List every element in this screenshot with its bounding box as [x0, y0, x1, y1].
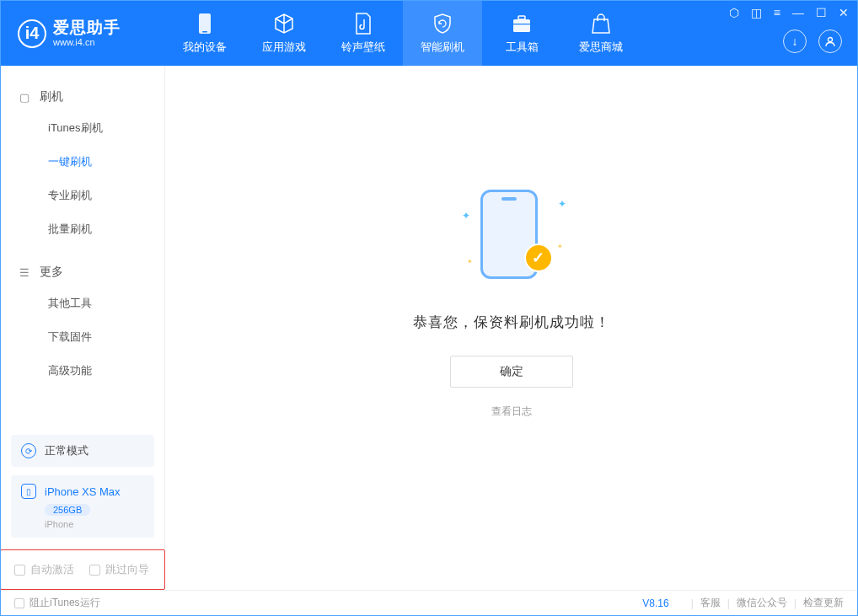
tab-label: 智能刷机 [421, 40, 464, 55]
check-update-link[interactable]: 检查更新 [803, 596, 844, 610]
download-icon[interactable]: ↓ [783, 29, 807, 53]
checkbox-icon [14, 565, 25, 576]
close-button[interactable]: ✕ [839, 6, 849, 19]
tab-smart-flash[interactable]: 智能刷机 [403, 1, 482, 66]
logo-icon: i4 [18, 19, 46, 48]
sidebar: ▢ 刷机 iTunes刷机 一键刷机 专业刷机 批量刷机 ☰ 更多 其他工具 下… [1, 66, 165, 590]
tab-store[interactable]: 爱思商城 [561, 1, 641, 66]
footer-left: 阻止iTunes运行 [14, 596, 100, 610]
device-phone-icon: ▯ [21, 484, 36, 499]
user-icon[interactable] [818, 29, 842, 53]
view-log-link[interactable]: 查看日志 [491, 404, 532, 419]
device-card[interactable]: ▯ iPhone XS Max 256GB iPhone [11, 475, 154, 538]
header: i4 爱思助手 www.i4.cn 我的设备 应用游戏 铃声壁纸 智能刷机 工具… [1, 1, 857, 66]
success-message: 恭喜您，保资料刷机成功啦！ [413, 313, 610, 332]
minimize-button[interactable]: — [792, 6, 804, 19]
footer: 阻止iTunes运行 V8.16 | 客服 | 微信公众号 | 检查更新 [1, 590, 857, 615]
svg-rect-3 [518, 16, 525, 19]
sidebar-item-pro-flash[interactable]: 专业刷机 [1, 179, 164, 212]
tab-label: 爱思商城 [579, 40, 623, 55]
checkbox-label: 自动激活 [30, 562, 74, 577]
sidebar-item-other-tools[interactable]: 其他工具 [1, 287, 164, 320]
sparkle-icon: ✦ [557, 243, 563, 250]
checkbox-block-itunes[interactable]: 阻止iTunes运行 [14, 596, 100, 610]
group-title: 更多 [40, 265, 63, 280]
logo-text: 爱思助手 www.i4.cn [53, 19, 121, 47]
tab-apps-games[interactable]: 应用游戏 [244, 1, 324, 66]
app-title: 爱思助手 [53, 19, 121, 37]
svg-rect-4 [513, 24, 530, 24]
mode-label: 正常模式 [45, 443, 88, 458]
sparkle-icon: ✦ [467, 258, 473, 265]
app-subtitle: www.i4.cn [53, 37, 121, 47]
flash-options-highlighted: 自动激活 跳过向导 [0, 549, 165, 590]
toolbox-icon [511, 13, 533, 35]
checkbox-auto-activate[interactable]: 自动激活 [14, 562, 74, 577]
mode-normal-icon: ⟳ [21, 443, 36, 458]
device-icon [194, 13, 216, 35]
window-controls: ⬡ ◫ ≡ — ☐ ✕ [729, 6, 849, 19]
success-illustration: ✦ ✦ ✦ ✦ ✓ [465, 186, 558, 287]
tab-label: 应用游戏 [262, 40, 306, 55]
tab-toolbox[interactable]: 工具箱 [482, 1, 561, 66]
main-content: ✦ ✦ ✦ ✦ ✓ 恭喜您，保资料刷机成功啦！ 确定 查看日志 [165, 66, 857, 590]
footer-right: V8.16 | 客服 | 微信公众号 | 检查更新 [642, 596, 844, 610]
version-label: V8.16 [642, 597, 668, 609]
device-storage-badge: 256GB [45, 504, 90, 516]
shopping-bag-icon [590, 13, 612, 35]
nav-tabs: 我的设备 应用游戏 铃声壁纸 智能刷机 工具箱 爱思商城 [165, 1, 641, 66]
checkbox-label: 阻止iTunes运行 [29, 596, 100, 610]
device-type: iPhone [45, 519, 144, 529]
tab-label: 工具箱 [506, 40, 539, 55]
sidebar-bottom: ⟳ 正常模式 ▯ iPhone XS Max 256GB iPhone [1, 435, 164, 549]
wechat-link[interactable]: 微信公众号 [737, 596, 787, 610]
svg-point-5 [829, 38, 833, 42]
checkbox-icon [14, 598, 24, 608]
svg-rect-0 [199, 13, 211, 34]
phone-icon: ▢ [18, 90, 31, 104]
checkbox-skip-wizard[interactable]: 跳过向导 [89, 562, 149, 577]
confirm-button[interactable]: 确定 [450, 356, 573, 388]
shield-refresh-icon [432, 13, 453, 35]
svg-rect-1 [202, 31, 207, 33]
group-title: 刷机 [40, 89, 63, 104]
sidebar-item-advanced[interactable]: 高级功能 [1, 354, 164, 388]
device-name: iPhone XS Max [45, 485, 121, 498]
sidebar-item-download-firmware[interactable]: 下载固件 [1, 320, 164, 354]
logo-area: i4 爱思助手 www.i4.cn [1, 19, 165, 48]
group-more: ☰ 更多 [1, 258, 164, 287]
sidebar-menu: ▢ 刷机 iTunes刷机 一键刷机 专业刷机 批量刷机 ☰ 更多 其他工具 下… [1, 66, 164, 435]
sidebar-item-one-click-flash[interactable]: 一键刷机 [1, 145, 164, 179]
mode-card[interactable]: ⟳ 正常模式 [11, 435, 154, 467]
maximize-button[interactable]: ☐ [816, 6, 827, 19]
tab-my-device[interactable]: 我的设备 [165, 1, 244, 66]
customer-service-link[interactable]: 客服 [700, 596, 721, 610]
sparkle-icon: ✦ [558, 198, 566, 210]
svg-rect-2 [513, 19, 530, 32]
checkbox-label: 跳过向导 [105, 562, 149, 577]
checkbox-icon [89, 565, 100, 576]
menu-icon[interactable]: ≡ [774, 6, 780, 19]
sidebar-item-itunes-flash[interactable]: iTunes刷机 [1, 111, 164, 145]
cube-icon [273, 13, 295, 35]
body: ▢ 刷机 iTunes刷机 一键刷机 专业刷机 批量刷机 ☰ 更多 其他工具 下… [1, 66, 857, 590]
header-right-icons: ↓ [783, 29, 842, 53]
group-flash: ▢ 刷机 [1, 83, 164, 111]
tshirt-icon[interactable]: ⬡ [729, 6, 739, 19]
tab-label: 我的设备 [183, 40, 227, 55]
feedback-icon[interactable]: ◫ [751, 6, 762, 19]
tab-label: 铃声壁纸 [341, 40, 385, 55]
sidebar-item-batch-flash[interactable]: 批量刷机 [1, 212, 164, 246]
checkmark-badge-icon: ✓ [524, 244, 553, 272]
sparkle-icon: ✦ [462, 210, 470, 222]
music-file-icon [352, 13, 374, 35]
tab-ringtones-wallpapers[interactable]: 铃声壁纸 [324, 1, 403, 66]
list-icon: ☰ [18, 265, 31, 279]
